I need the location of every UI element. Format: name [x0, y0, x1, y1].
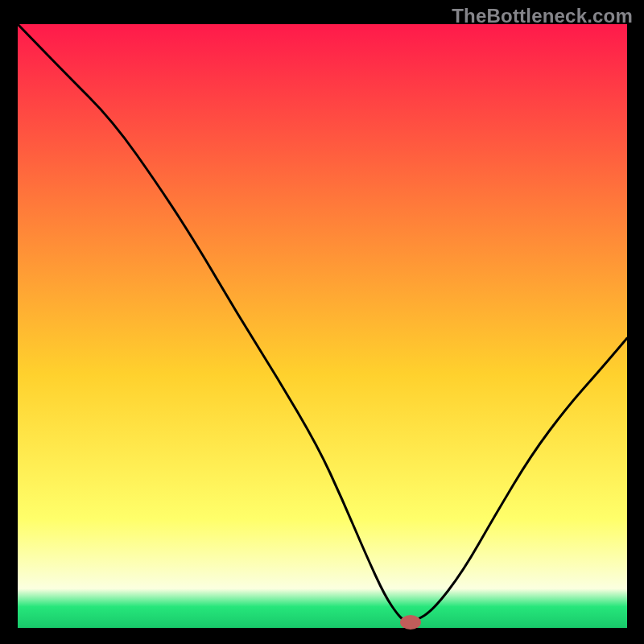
optimal-marker — [400, 615, 421, 630]
chart-frame: { "watermark": "TheBottleneck.com", "col… — [0, 0, 644, 644]
plot-background — [18, 24, 627, 628]
bottleneck-chart — [0, 0, 644, 644]
watermark-text: TheBottleneck.com — [452, 5, 633, 27]
